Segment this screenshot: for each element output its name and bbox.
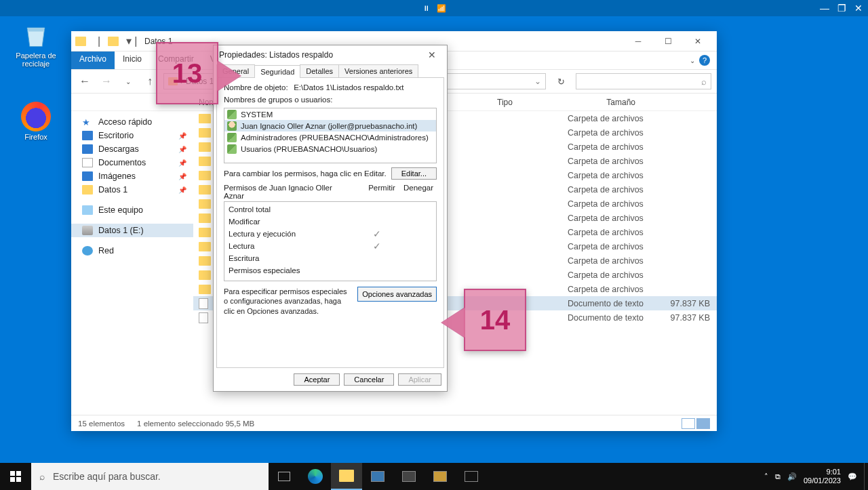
perm-row-readexec: Lectura y ejecución✓ (229, 228, 432, 240)
ribbon-tab-inicio[interactable]: Inicio (115, 52, 150, 69)
close-button[interactable]: ✕ (683, 31, 713, 52)
vm-maximize[interactable]: ❐ (837, 3, 846, 14)
taskbar-app-3[interactable] (425, 463, 456, 490)
search-icon: ⌕ (701, 77, 707, 87)
status-selection: 1 elemento seleccionado 95,5 MB (137, 420, 254, 428)
taskbar-app-1[interactable] (362, 463, 393, 490)
show-desktop-button[interactable] (864, 463, 868, 490)
system-tray: ˄ ⧉ 🔊 9:01 09/01/2023 💬 (757, 468, 864, 485)
firefox-icon[interactable]: Firefox (12, 102, 60, 141)
sidebar-this-pc[interactable]: Este equipo (71, 203, 193, 217)
clock-date: 09/01/2023 (804, 476, 841, 485)
textfile-icon (199, 312, 208, 323)
view-icons-button[interactable] (696, 418, 710, 429)
folder-icon (199, 157, 211, 166)
col-header-size[interactable]: Tamaño (580, 98, 641, 107)
ribbon-expand-icon[interactable]: ⌄ (690, 57, 695, 64)
recycle-bin-icon[interactable]: Papelera de reciclaje (12, 20, 60, 68)
user-group-list[interactable]: SYSTEM Juan Ignacio Oller Aznar (joller@… (224, 108, 437, 163)
nav-back[interactable]: ← (77, 75, 93, 87)
dropdown-icon[interactable]: ⌄ (534, 77, 541, 86)
annotation-callout-14: 14 (464, 289, 526, 351)
minimize-button[interactable]: ─ (623, 31, 653, 52)
status-count: 15 elementos (78, 420, 125, 428)
maximize-button[interactable]: ☐ (653, 31, 683, 52)
perm-row-full: Control total (229, 203, 432, 216)
taskbar-search[interactable]: ⌕ Escribe aquí para buscar. (31, 463, 269, 490)
sidebar-network[interactable]: Red (71, 244, 193, 258)
advanced-options-button[interactable]: Opciones avanzadas (357, 287, 437, 302)
vm-pause-icon[interactable]: ⏸ (422, 4, 430, 13)
taskbar-explorer[interactable] (331, 463, 362, 490)
app-icon (371, 471, 384, 482)
vm-close[interactable]: ✕ (854, 3, 863, 14)
user-icon (227, 121, 237, 131)
dialog-buttons: Aceptar Cancelar Aplicar (214, 368, 447, 391)
view-details-button[interactable] (682, 418, 695, 429)
taskbar-clock[interactable]: 9:01 09/01/2023 (804, 468, 841, 485)
tab-detalles[interactable]: Detalles (300, 64, 339, 77)
sidebar-downloads[interactable]: Descargas📌 (71, 142, 193, 156)
sidebar-documents[interactable]: Documentos📌 (71, 156, 193, 169)
ribbon-tab-archivo[interactable]: Archivo (71, 52, 115, 69)
textfile-icon (199, 298, 208, 309)
dialog-close-button[interactable]: ✕ (422, 49, 441, 60)
tray-expand-icon[interactable]: ˄ (764, 472, 768, 481)
firefox-label: Firefox (12, 133, 60, 141)
search-box[interactable]: ⌕ (576, 73, 711, 89)
dialog-title: Propiedades: Listados respaldo (219, 50, 422, 60)
cancel-button[interactable]: Cancelar (344, 373, 394, 386)
sidebar-pictures[interactable]: Imágenes📌 (71, 169, 193, 183)
sidebar-desktop[interactable]: Escritorio📌 (71, 129, 193, 142)
folder-icon (339, 470, 354, 482)
download-icon (82, 144, 93, 154)
taskbar-cmd[interactable] (456, 463, 487, 490)
tray-volume-icon[interactable]: 🔊 (787, 472, 797, 481)
svg-rect-0 (10, 471, 15, 476)
refresh-button[interactable]: ↻ (551, 77, 570, 87)
sidebar-datos1[interactable]: Datos 1📌 (71, 183, 193, 197)
user-system[interactable]: SYSTEM (224, 108, 436, 120)
edit-button[interactable]: Editar... (391, 167, 437, 180)
tray-icon[interactable]: ⧉ (775, 472, 781, 481)
folder-icon (199, 128, 211, 138)
perm-deny-header: Denegar (400, 184, 437, 200)
user-joller[interactable]: Juan Ignacio Oller Aznar (joller@pruebas… (224, 120, 436, 131)
arrow-right-icon (217, 61, 240, 91)
task-view-button[interactable] (269, 463, 300, 490)
annotation-callout-13: 13 (156, 42, 218, 104)
sidebar-drive-e[interactable]: Datos 1 (E:) (71, 224, 193, 237)
col-header-type[interactable]: Tipo (492, 98, 580, 107)
user-admins[interactable]: Administradores (PRUEBASNACHO\Administra… (224, 131, 436, 143)
nav-recent-icon[interactable]: ⌄ (120, 78, 136, 85)
folder-icon (199, 242, 211, 251)
taskbar-app-2[interactable] (393, 463, 425, 490)
folder-icon (199, 142, 211, 152)
perm-row-special: Permisos especiales (229, 264, 432, 277)
help-icon[interactable]: ? (699, 55, 710, 66)
apply-button[interactable]: Aplicar (398, 373, 441, 386)
vm-signal-icon[interactable]: 📶 (437, 4, 446, 13)
tab-versiones[interactable]: Versiones anteriores (338, 64, 418, 77)
search-icon: ⌕ (39, 471, 45, 482)
dialog-tabs: General Seguridad Detalles Versiones ant… (214, 64, 447, 77)
folder-icon (199, 256, 211, 266)
start-button[interactable] (0, 463, 31, 490)
tab-seguridad[interactable]: Seguridad (254, 65, 300, 78)
pc-icon (82, 205, 93, 215)
accept-button[interactable]: Aceptar (294, 373, 340, 386)
check-icon: ✓ (359, 228, 395, 239)
tab-page-seguridad: Nombre de objeto: E:\Datos 1\Listados re… (216, 77, 444, 368)
taskbar-edge[interactable] (300, 463, 331, 490)
callout-number: 14 (480, 305, 511, 335)
qat-dropdown-icon[interactable]: ▾ | (123, 35, 140, 47)
app-icon (402, 471, 416, 482)
perm-row-modify: Modificar (229, 216, 432, 228)
vm-minimize[interactable]: — (820, 3, 829, 14)
user-usuarios[interactable]: Usuarios (PRUEBASNACHO\Usuarios) (224, 143, 436, 155)
dialog-titlebar[interactable]: Propiedades: Listados respaldo ✕ (214, 45, 447, 64)
notification-icon[interactable]: 💬 (848, 472, 857, 481)
folder-icon (82, 185, 93, 195)
sidebar-quick-access[interactable]: ★Acceso rápido (71, 115, 193, 129)
nav-forward[interactable]: → (98, 75, 115, 87)
